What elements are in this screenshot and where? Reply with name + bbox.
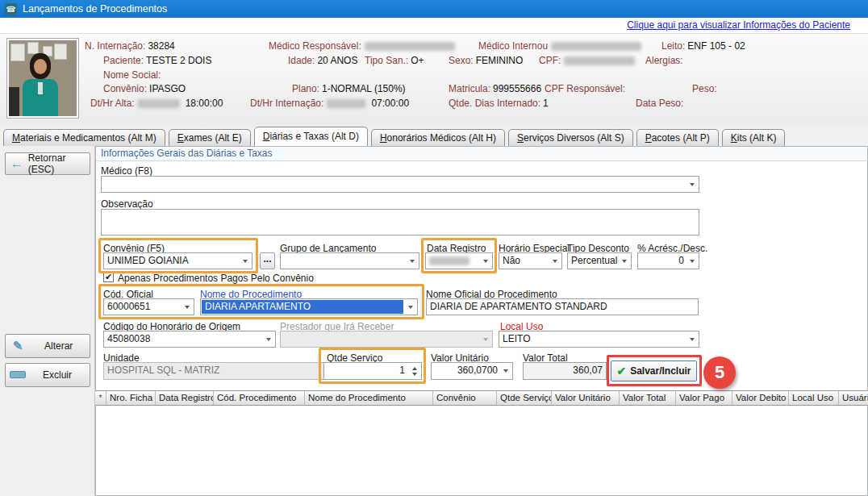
chevron-down-icon[interactable] — [181, 300, 193, 314]
photo-detail — [34, 59, 47, 74]
grid-column-usuario[interactable]: Usuário — [839, 391, 868, 405]
excluir-button[interactable]: Excluir — [5, 363, 90, 387]
photo-detail — [27, 42, 39, 54]
chevron-down-icon[interactable] — [262, 332, 274, 346]
observacao-input[interactable] — [101, 209, 699, 235]
chevron-down-icon[interactable] — [686, 332, 698, 346]
chevron-down-icon[interactable] — [404, 300, 416, 314]
field-sexo: Sexo:FEMININO — [449, 56, 523, 66]
field-paciente: Paciente:TESTE 2 DOIS — [103, 56, 211, 66]
tab-pacotes[interactable]: Pacotes (Alt P) — [636, 129, 719, 146]
patient-photo-image — [9, 40, 77, 116]
nome-procedimento-combo[interactable]: DIARIA APARTAMENTO — [200, 298, 418, 315]
chevron-down-icon[interactable] — [406, 254, 418, 268]
grid-column-valor-debito[interactable]: Valor Debito — [732, 391, 789, 405]
check-icon: ✔ — [105, 272, 112, 281]
field-medico-responsavel: Médico Responsável: — [269, 41, 458, 52]
alterar-button[interactable]: ✎ Alterar — [5, 334, 90, 358]
grid-column-valor-unitario[interactable]: Valor Unitário — [552, 391, 620, 405]
grid-column-nome-procedimento[interactable]: Nome do Procedimento — [305, 391, 433, 405]
patient-info-link[interactable]: Clique aqui para visualizar Informações … — [627, 19, 850, 31]
apenas-pagos-checkbox[interactable]: ✔ — [103, 272, 114, 282]
field-peso: Peso: — [692, 84, 717, 94]
horario-especial-combo[interactable]: Não — [499, 252, 562, 269]
grid-column-marker[interactable]: * — [95, 391, 106, 405]
grid-column-nro-ficha[interactable]: Nro. Ficha — [106, 391, 156, 405]
chevron-down-icon[interactable] — [618, 254, 630, 268]
redacted-medico-internou — [551, 42, 641, 51]
tab-servicos-diversos[interactable]: Serviços Diversos (Alt S) — [508, 129, 633, 146]
field-idade: Idade:20 ANOS — [288, 56, 357, 66]
tab-label: xames (Alt E) — [184, 132, 242, 144]
chevron-down-icon[interactable] — [549, 254, 561, 268]
tab-materiais-medicamentos[interactable]: Materiais e Medicamentos (Alt M) — [3, 129, 165, 146]
medico-combo[interactable] — [101, 176, 699, 193]
qtde-servico-stepper[interactable]: 1 — [323, 362, 422, 380]
valor-total-value: 360,07 — [573, 365, 603, 376]
valor-unitario-combo[interactable]: 360,0700 — [431, 362, 513, 380]
phone-icon: ☎ — [5, 3, 17, 15]
grid-column-qtde-servico[interactable]: Qtde Serviço — [497, 391, 552, 405]
tab-kits[interactable]: Kits (Alt K) — [722, 129, 786, 146]
grid-column-valor-total[interactable]: Valor Total — [620, 391, 676, 405]
nome-social-label: Nome Social: — [103, 69, 161, 81]
chevron-down-icon[interactable] — [499, 364, 511, 378]
nome-oficial-input[interactable]: DIARIA DE APARTAMENTO STANDARD — [426, 298, 699, 315]
tipo-desconto-combo[interactable]: Percentual — [567, 252, 632, 269]
field-medico-internou: Médico Internou — [478, 41, 645, 52]
data-registro-combo[interactable] — [425, 252, 493, 269]
grid-header: * Nro. Ficha Data Registro Cód. Procedim… — [95, 390, 868, 406]
convenio-combo[interactable]: UNIMED GOIANIA — [103, 252, 252, 269]
tab-label: P — [645, 132, 652, 144]
cod-honorario-value: 45080038 — [107, 333, 150, 344]
grid-column-convenio[interactable]: Convênio — [433, 391, 497, 405]
group-header: Informações Gerais das Diárias e Taxas — [96, 147, 866, 161]
tab-honorarios-medicos[interactable]: Honorários Médicos (Alt H) — [371, 129, 505, 146]
spinner-buttons[interactable] — [409, 364, 420, 379]
cod-honorario-combo[interactable]: 45080038 — [103, 331, 276, 348]
procedure-entry-window: ☎ Lançamentos de Procedimentos Clique aq… — [0, 0, 868, 496]
field-cpf-responsavel: CPF Responsável: — [545, 84, 625, 94]
tipo-desconto-value: Percentual — [571, 255, 617, 266]
chevron-down-icon[interactable] — [479, 254, 491, 268]
chevron-down-icon[interactable] — [239, 254, 251, 268]
tab-label: ateriais e Medicamentos (Alt M) — [20, 132, 156, 144]
chevron-down-icon[interactable] — [686, 177, 698, 191]
local-uso-combo[interactable]: LEITO — [499, 331, 699, 348]
qtde-servico-value: 1 — [399, 365, 405, 376]
grupo-lancamento-combo[interactable] — [280, 252, 419, 269]
patient-photo — [6, 38, 79, 119]
sexo-label: Sexo: — [449, 55, 474, 66]
salvar-incluir-button[interactable]: ✔ Salvar/Incluir — [611, 361, 697, 381]
acrescimo-desconto-combo[interactable]: 0 — [637, 252, 699, 269]
grid-column-data-registro[interactable]: Data Registro — [156, 391, 214, 405]
sexo-value: FEMININO — [476, 55, 524, 66]
tipo-sanguineo-label: Tipo San.: — [365, 55, 408, 66]
field-matricula: Matricula:999555666 — [449, 84, 541, 94]
cod-oficial-combo[interactable]: 60000651 — [103, 298, 194, 315]
retornar-button[interactable]: ← Retornar (ESC) — [5, 152, 90, 175]
photo-detail — [10, 44, 25, 61]
grid-column-valor-pago[interactable]: Valor Pago — [676, 391, 732, 405]
tab-exames[interactable]: Exames (Alt E) — [169, 129, 251, 146]
matricula-value: 999555666 — [493, 83, 541, 94]
convenio-hdr-label: Convênio: — [103, 83, 147, 94]
tab-label: K — [731, 132, 737, 144]
field-data-peso: Data Peso: — [636, 98, 683, 109]
field-tipo-sanguineo: Tipo San.:O+ — [365, 56, 424, 66]
nome-oficial-value: DIARIA DE APARTAMENTO STANDARD — [430, 301, 607, 312]
field-cpf: CPF: — [539, 56, 638, 66]
prestador-combo — [280, 331, 493, 348]
chevron-down-icon[interactable] — [686, 254, 698, 268]
medico-label: Médico (F8) — [101, 165, 152, 177]
convenio-browse-button[interactable]: ... — [260, 252, 275, 269]
plano-label: Plano: — [292, 83, 319, 94]
field-qtde-dias: Qtde. Dias Internado:1 — [449, 98, 549, 109]
photo-detail — [54, 44, 67, 60]
tab-diarias-taxas[interactable]: Diárias e Taxas (Alt D) — [254, 127, 368, 146]
local-uso-value: LEITO — [503, 333, 530, 344]
leito-label: Leito: — [661, 40, 685, 52]
grid-column-local-uso[interactable]: Local Uso — [789, 391, 839, 405]
field-dthr-internacao: Dt/Hr Internação:07:00:00 — [250, 98, 409, 109]
grid-column-cod-procedimento[interactable]: Cód. Procedimento — [214, 391, 305, 405]
